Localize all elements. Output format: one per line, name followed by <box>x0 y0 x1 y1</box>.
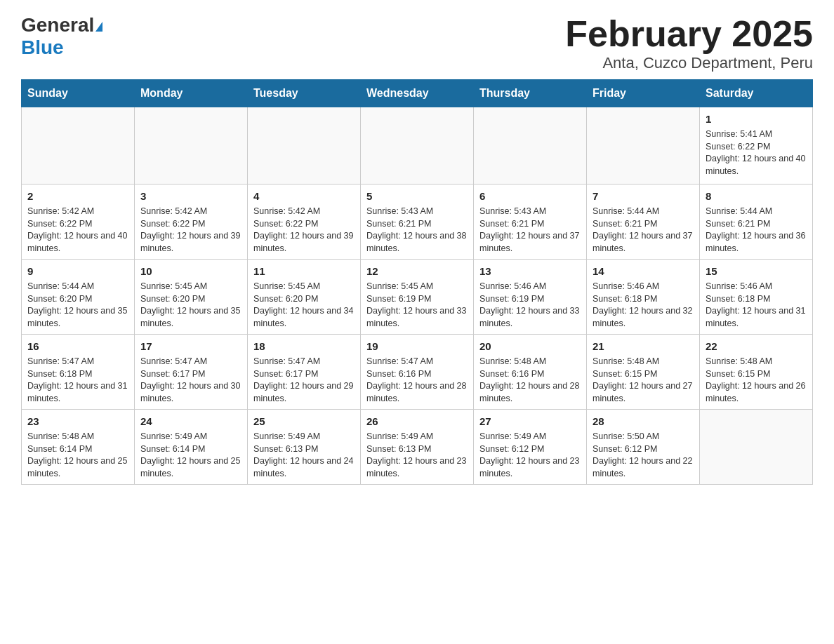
day-info-line: Sunrise: 5:47 AM <box>27 356 128 368</box>
day-info-line: Daylight: 12 hours and 34 minutes. <box>253 305 355 330</box>
day-number: 8 <box>706 189 807 203</box>
calendar-cell <box>22 107 135 185</box>
day-number: 17 <box>140 339 241 354</box>
day-number: 13 <box>479 264 581 279</box>
calendar-cell: 4Sunrise: 5:42 AMSunset: 6:22 PMDaylight… <box>248 185 361 260</box>
calendar-subtitle: Anta, Cuzco Department, Peru <box>565 54 813 72</box>
calendar-cell: 28Sunrise: 5:50 AMSunset: 6:12 PMDayligh… <box>587 410 700 485</box>
days-of-week-row: SundayMondayTuesdayWednesdayThursdayFrid… <box>22 80 813 107</box>
day-number: 15 <box>706 264 807 279</box>
calendar-cell <box>587 107 700 185</box>
day-info-line: Daylight: 12 hours and 40 minutes. <box>706 153 807 177</box>
day-info-line: Sunset: 6:14 PM <box>27 443 128 456</box>
day-info-line: Daylight: 12 hours and 39 minutes. <box>140 230 241 255</box>
day-info-line: Sunset: 6:22 PM <box>706 141 807 154</box>
day-info-line: Sunrise: 5:43 AM <box>366 206 468 218</box>
day-info-line: Sunrise: 5:47 AM <box>140 356 241 368</box>
calendar-cell <box>135 107 248 185</box>
day-info-line: Sunset: 6:21 PM <box>706 218 807 231</box>
calendar-cell: 19Sunrise: 5:47 AMSunset: 6:16 PMDayligh… <box>361 335 474 410</box>
calendar-cell: 25Sunrise: 5:49 AMSunset: 6:13 PMDayligh… <box>248 410 361 485</box>
day-info-line: Sunrise: 5:45 AM <box>366 281 468 293</box>
day-info-line: Daylight: 12 hours and 33 minutes. <box>366 305 468 330</box>
logo: General Blue <box>21 14 102 59</box>
calendar-cell <box>248 107 361 185</box>
day-info-line: Sunrise: 5:44 AM <box>593 206 694 218</box>
day-info-line: Sunset: 6:15 PM <box>593 368 694 381</box>
day-info-line: Daylight: 12 hours and 36 minutes. <box>706 230 807 255</box>
day-info-line: Sunset: 6:20 PM <box>140 293 241 306</box>
day-info-line: Sunset: 6:19 PM <box>479 293 581 306</box>
day-number: 19 <box>366 339 468 354</box>
day-info-line: Daylight: 12 hours and 35 minutes. <box>27 305 128 330</box>
day-info-line: Sunset: 6:17 PM <box>253 368 355 381</box>
calendar-cell: 5Sunrise: 5:43 AMSunset: 6:21 PMDaylight… <box>361 185 474 260</box>
day-info-line: Sunset: 6:15 PM <box>706 368 807 381</box>
day-number: 3 <box>140 189 241 203</box>
calendar-cell: 1Sunrise: 5:41 AMSunset: 6:22 PMDaylight… <box>700 107 813 185</box>
calendar-cell: 14Sunrise: 5:46 AMSunset: 6:18 PMDayligh… <box>587 260 700 335</box>
calendar-cell: 26Sunrise: 5:49 AMSunset: 6:13 PMDayligh… <box>361 410 474 485</box>
day-info-line: Daylight: 12 hours and 39 minutes. <box>253 230 355 255</box>
day-info-line: Sunrise: 5:42 AM <box>140 206 241 218</box>
day-info-line: Sunrise: 5:46 AM <box>706 281 807 293</box>
calendar-week-row: 23Sunrise: 5:48 AMSunset: 6:14 PMDayligh… <box>22 410 813 485</box>
day-info-line: Sunset: 6:17 PM <box>140 368 241 381</box>
day-of-week-header: Saturday <box>700 80 813 107</box>
calendar-cell: 21Sunrise: 5:48 AMSunset: 6:15 PMDayligh… <box>587 335 700 410</box>
calendar-cell: 13Sunrise: 5:46 AMSunset: 6:19 PMDayligh… <box>474 260 587 335</box>
day-info-line: Sunrise: 5:48 AM <box>706 356 807 368</box>
day-info-line: Sunrise: 5:49 AM <box>366 431 468 443</box>
day-number: 16 <box>27 339 128 354</box>
logo-general-text: General <box>21 14 94 36</box>
day-info-line: Sunrise: 5:49 AM <box>253 431 355 443</box>
day-info-line: Sunrise: 5:48 AM <box>593 356 694 368</box>
day-info-line: Daylight: 12 hours and 33 minutes. <box>479 305 581 330</box>
day-number: 4 <box>253 189 355 203</box>
day-info-line: Daylight: 12 hours and 31 minutes. <box>27 380 128 405</box>
day-info-line: Sunrise: 5:48 AM <box>27 431 128 443</box>
day-number: 6 <box>479 189 581 203</box>
day-info-line: Daylight: 12 hours and 28 minutes. <box>479 380 581 405</box>
day-info-line: Daylight: 12 hours and 24 minutes. <box>253 455 355 480</box>
day-info-line: Sunrise: 5:42 AM <box>27 206 128 218</box>
calendar-cell <box>474 107 587 185</box>
calendar-week-row: 1Sunrise: 5:41 AMSunset: 6:22 PMDaylight… <box>22 107 813 185</box>
calendar-cell: 18Sunrise: 5:47 AMSunset: 6:17 PMDayligh… <box>248 335 361 410</box>
day-info-line: Sunrise: 5:46 AM <box>479 281 581 293</box>
day-info-line: Sunset: 6:16 PM <box>479 368 581 381</box>
day-info-line: Daylight: 12 hours and 29 minutes. <box>253 380 355 405</box>
day-info-line: Daylight: 12 hours and 28 minutes. <box>366 380 468 405</box>
calendar-cell <box>361 107 474 185</box>
calendar-cell: 2Sunrise: 5:42 AMSunset: 6:22 PMDaylight… <box>22 185 135 260</box>
day-info-line: Sunset: 6:13 PM <box>366 443 468 456</box>
day-of-week-header: Wednesday <box>361 80 474 107</box>
day-info-line: Sunset: 6:16 PM <box>366 368 468 381</box>
calendar-header: SundayMondayTuesdayWednesdayThursdayFrid… <box>22 80 813 107</box>
day-info-line: Sunset: 6:18 PM <box>706 293 807 306</box>
day-info-line: Sunset: 6:19 PM <box>366 293 468 306</box>
calendar-title: February 2025 <box>565 14 813 54</box>
day-info-line: Sunrise: 5:47 AM <box>366 356 468 368</box>
day-number: 28 <box>593 414 694 429</box>
calendar-cell: 3Sunrise: 5:42 AMSunset: 6:22 PMDaylight… <box>135 185 248 260</box>
calendar-cell: 15Sunrise: 5:46 AMSunset: 6:18 PMDayligh… <box>700 260 813 335</box>
day-info-line: Sunrise: 5:42 AM <box>253 206 355 218</box>
title-section: February 2025 Anta, Cuzco Department, Pe… <box>565 14 813 72</box>
day-info-line: Sunrise: 5:50 AM <box>593 431 694 443</box>
day-info-line: Daylight: 12 hours and 27 minutes. <box>593 380 694 405</box>
calendar-body: 1Sunrise: 5:41 AMSunset: 6:22 PMDaylight… <box>22 107 813 485</box>
day-number: 14 <box>593 264 694 279</box>
calendar-cell: 12Sunrise: 5:45 AMSunset: 6:19 PMDayligh… <box>361 260 474 335</box>
day-info-line: Sunset: 6:12 PM <box>593 443 694 456</box>
day-info-line: Daylight: 12 hours and 23 minutes. <box>366 455 468 480</box>
logo-triangle-icon <box>95 22 102 32</box>
day-number: 26 <box>366 414 468 429</box>
day-info-line: Sunset: 6:20 PM <box>27 293 128 306</box>
calendar-table: SundayMondayTuesdayWednesdayThursdayFrid… <box>21 79 813 485</box>
day-number: 11 <box>253 264 355 279</box>
day-number: 1 <box>706 112 807 126</box>
day-info-line: Daylight: 12 hours and 37 minutes. <box>479 230 581 255</box>
day-info-line: Daylight: 12 hours and 23 minutes. <box>479 455 581 480</box>
day-info-line: Sunrise: 5:47 AM <box>253 356 355 368</box>
